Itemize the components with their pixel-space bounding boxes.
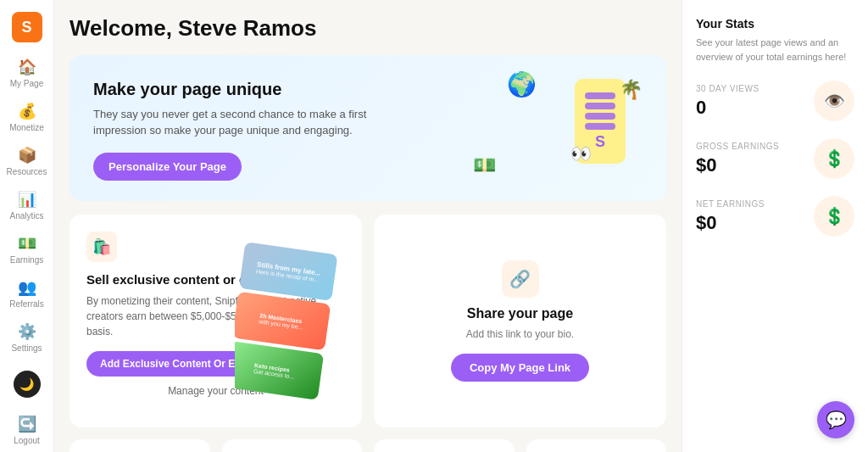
personalize-button[interactable]: Personalize Your Page (93, 153, 242, 181)
content-card: 🛍️ Sell exclusive content or eCourse By … (70, 215, 362, 427)
main-content: Welcome, Steve Ramos Make your page uniq… (54, 0, 682, 452)
globe-emoji: 🌍 (507, 70, 537, 98)
sidebar-theme-toggle[interactable]: 🌙 (0, 364, 53, 408)
phone-bar-2 (585, 103, 615, 109)
sidebar-item-label: Earnings (10, 255, 43, 265)
page-title: Welcome, Steve Ramos (70, 15, 666, 42)
dollar-icon: 💲 (824, 148, 845, 169)
sidebar-item-label: Analytics (9, 211, 43, 220)
share-heading: Share your page (467, 306, 573, 321)
dollar2-icon: 💲 (824, 206, 845, 226)
palm-emoji: 🌴 (620, 79, 643, 101)
sidebar-item-referrals[interactable]: 👥 Referrals (0, 271, 53, 315)
copy-page-link-button[interactable]: Copy My Page Link (451, 354, 589, 382)
stat-info-gross: GROSS EARNINGS $0 (696, 142, 779, 176)
my-page-icon: 🏠 (18, 58, 36, 76)
views-icon-circle: 👁️ (814, 81, 854, 121)
analytics-icon: 📊 (18, 190, 36, 209)
image-stack: Stills from my late... Here is the recap… (235, 242, 338, 400)
settings-icon: ⚙️ (18, 322, 36, 341)
views-value: 0 (696, 97, 760, 119)
money-emoji: 💵 (473, 154, 496, 176)
sidebar-item-my-page[interactable]: 🏠 My Page (0, 51, 53, 95)
net-value: $0 (696, 212, 765, 234)
stat-info-net: NET EARNINGS $0 (696, 199, 765, 234)
sidebar-item-label: My Page (10, 79, 43, 88)
logout-label: Logout (14, 436, 40, 445)
stats-subtitle: See your latest page views and an overvi… (696, 36, 854, 64)
bottom-card-tipping: ❤️ Tipping Let your followers show suppo… (526, 439, 667, 452)
share-card: 🔗 Share your page Add this link to your … (374, 215, 666, 427)
stat-row-net: NET EARNINGS $0 💲 (696, 196, 854, 237)
sidebar-item-monetize[interactable]: 💰 Monetize (0, 95, 53, 139)
chat-bubble[interactable]: 💬 (817, 401, 854, 438)
hero-banner: Make your page unique They say you never… (70, 55, 666, 201)
stats-panel: Your Stats See your latest page views an… (682, 0, 868, 452)
hero-image: 🌍 S 💵 🌴 👀 (473, 79, 643, 181)
sidebar-item-settings[interactable]: ⚙️ Settings (0, 315, 53, 360)
sidebar-item-label: Resources (7, 167, 47, 176)
stat-row-gross: GROSS EARNINGS $0 💲 (696, 138, 854, 179)
bottom-card-questions: 📣 Answer questions from your followers (222, 439, 363, 452)
eye-icon: 👁️ (824, 91, 845, 111)
shopping-bag-icon: 🛍️ (92, 237, 111, 256)
sidebar-item-label: Settings (11, 343, 42, 353)
image-card-3: Keto recipes Get access to... (235, 341, 324, 400)
sidebar-item-analytics[interactable]: 📊 Analytics (0, 183, 53, 227)
stat-info-views: 30 DAY VIEWS 0 (696, 84, 760, 119)
bottom-card-livestream: 📹 Sell tickets to a livestream Schedule … (374, 439, 515, 452)
hero-heading: Make your page unique (93, 80, 381, 99)
views-label: 30 DAY VIEWS (696, 84, 760, 93)
bottom-card-consultations: 👤 Sell 1:1 consultations Offer your foll… (70, 439, 210, 452)
stat-row-views: 30 DAY VIEWS 0 👁️ (696, 81, 854, 121)
phone-bar-1 (585, 92, 615, 99)
sidebar-item-label: Referrals (9, 299, 44, 309)
logout-icon: ↪️ (18, 415, 36, 433)
sidebar-item-resources[interactable]: 📦 Resources (0, 139, 53, 183)
theme-icon: 🌙 (14, 371, 41, 398)
chat-icon: 💬 (826, 410, 847, 430)
card-grid: 🛍️ Sell exclusive content or eCourse By … (70, 215, 666, 427)
image-card-2: 2h Masterclass with you my be... (235, 292, 331, 351)
net-label: NET EARNINGS (696, 199, 765, 209)
link-icon: 🔗 (509, 269, 531, 289)
phone-bar-3 (585, 113, 615, 120)
stats-heading: Your Stats (696, 17, 854, 31)
content-card-icon: 🛍️ (86, 232, 117, 262)
eyes-emoji: 👀 (570, 143, 592, 164)
hero-text: Make your page unique They say you never… (93, 80, 381, 181)
sidebar-logo[interactable]: S (12, 12, 42, 42)
content-card-images: Stills from my late... Here is the recap… (235, 215, 362, 427)
gross-value: $0 (696, 154, 779, 176)
phone-bar-4 (585, 123, 615, 130)
hero-body: They say you never get a second chance t… (93, 106, 381, 139)
earnings-icon: 💵 (18, 234, 36, 253)
referrals-icon: 👥 (18, 278, 36, 297)
monetize-icon: 💰 (18, 102, 36, 120)
share-body: Add this link to your bio. (466, 326, 574, 342)
sidebar-item-label: Monetize (9, 123, 44, 132)
sidebar-item-logout[interactable]: ↪️ Logout (0, 408, 53, 452)
sidebar-item-earnings[interactable]: 💵 Earnings (0, 227, 53, 271)
share-icon: 🔗 (502, 260, 539, 298)
resources-icon: 📦 (18, 146, 36, 165)
image-card-1: Stills from my late... Here is the recap… (239, 242, 338, 301)
bottom-grid: 👤 Sell 1:1 consultations Offer your foll… (70, 439, 666, 452)
sidebar: S 🏠 My Page 💰 Monetize 📦 Resources 📊 Ana… (0, 0, 54, 452)
net-icon-circle: 💲 (814, 196, 854, 237)
gross-icon-circle: 💲 (814, 138, 854, 179)
sidebar-bottom: 🌙 ↪️ Logout (0, 364, 53, 452)
gross-label: GROSS EARNINGS (696, 142, 779, 151)
